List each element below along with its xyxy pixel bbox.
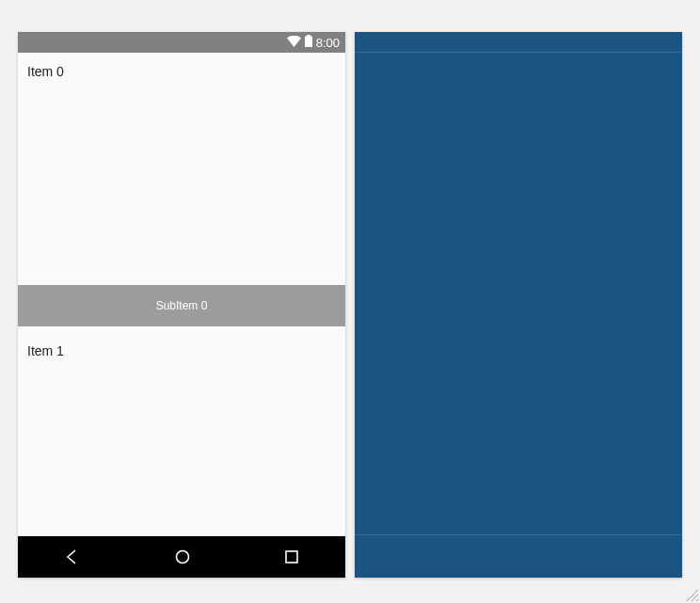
navigation-bar (18, 536, 345, 578)
right-status-bar (355, 32, 682, 53)
phone-left: 8:00 Item 0 SubItem 0 Item 1 (18, 32, 345, 578)
sub-item-label: SubItem 0 (156, 299, 208, 312)
wifi-icon (287, 34, 301, 51)
list-item[interactable]: Item 1 (18, 326, 345, 536)
phone-right (355, 32, 682, 578)
list-item-label: Item 1 (27, 343, 64, 358)
sub-item[interactable]: SubItem 0 (18, 285, 345, 326)
svg-line-2 (687, 590, 698, 601)
recent-apps-icon[interactable] (284, 549, 299, 564)
back-icon[interactable] (64, 548, 81, 565)
status-time: 8:00 (316, 36, 340, 50)
right-bottom-bar (355, 534, 682, 578)
resize-handle-icon[interactable] (685, 588, 698, 601)
list-item[interactable]: Item 0 (18, 53, 345, 285)
svg-point-0 (176, 551, 188, 563)
status-bar: 8:00 (18, 32, 345, 53)
home-icon[interactable] (174, 548, 191, 565)
right-content (355, 53, 682, 534)
list-item-label: Item 0 (27, 64, 64, 79)
list-content: Item 0 SubItem 0 Item 1 (18, 53, 345, 536)
svg-line-4 (696, 599, 698, 601)
svg-rect-1 (286, 551, 297, 563)
battery-icon (305, 34, 312, 51)
